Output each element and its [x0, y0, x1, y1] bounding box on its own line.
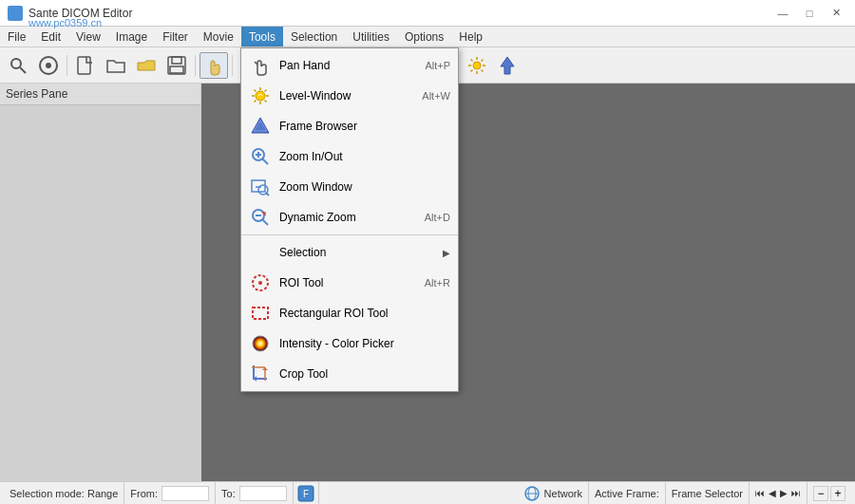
roi-icon-cell — [247, 271, 274, 294]
minimize-button[interactable]: — — [771, 6, 794, 21]
svg-marker-33 — [501, 57, 514, 74]
menu-tools-crop[interactable]: Crop Tool — [241, 359, 458, 389]
status-zoom-controls: − + — [808, 482, 851, 504]
menu-selection[interactable]: Selection — [283, 27, 345, 47]
to-input[interactable] — [239, 486, 287, 501]
title-bar: Sante DICOM Editor www.pc0359.cn — □ ✕ — [0, 0, 855, 27]
status-selection-mode: Selection mode: Range — [4, 482, 124, 504]
status-active-frame: Active Frame: — [589, 482, 666, 504]
selection-icon-cell — [247, 241, 274, 264]
status-to: To: — [216, 482, 294, 504]
frame-browser-menu-icon — [250, 116, 271, 137]
svg-line-29 — [471, 59, 473, 61]
menu-movie[interactable]: Movie — [196, 27, 241, 47]
svg-line-56 — [263, 159, 269, 165]
status-from: From: — [124, 482, 216, 504]
dynamic-zoom-shortcut: Alt+D — [425, 212, 450, 223]
menu-tools-zoom-inout[interactable]: Zoom In/Out — [241, 141, 458, 172]
menu-view[interactable]: View — [68, 27, 108, 47]
menu-tools-dynamic-zoom[interactable]: Dynamic Zoom Alt+D — [241, 202, 458, 233]
menu-edit[interactable]: Edit — [33, 27, 68, 47]
svg-point-24 — [473, 62, 481, 69]
toolbar-save-btn[interactable] — [162, 52, 191, 79]
toolbar-arrow-btn[interactable] — [493, 52, 522, 79]
zoom-minus-btn[interactable]: − — [813, 486, 828, 501]
svg-line-30 — [482, 69, 484, 71]
nav-prev-btn[interactable]: ◀ — [769, 488, 776, 498]
menu-tools-selection[interactable]: Selection ▶ — [241, 234, 458, 268]
toolbar-brightness-btn[interactable] — [463, 52, 491, 79]
from-input[interactable] — [162, 486, 209, 501]
rect-roi-icon-cell — [247, 302, 274, 325]
save-icon — [166, 55, 187, 76]
svg-point-65 — [258, 281, 262, 285]
hand-icon — [203, 55, 224, 76]
crop-menu-icon — [250, 364, 271, 384]
svg-point-40 — [256, 91, 265, 101]
menu-options[interactable]: Options — [397, 27, 451, 47]
menu-tools-frame-browser[interactable]: Frame Browser — [241, 111, 458, 141]
toolbar-folder-btn[interactable] — [132, 52, 161, 79]
level-window-menu-icon — [250, 85, 271, 106]
nav-first-btn[interactable]: ⏮ — [755, 488, 765, 498]
svg-line-47 — [265, 90, 267, 92]
series-pane-content — [0, 105, 200, 481]
level-window-icon-cell — [247, 84, 274, 107]
zoom-window-icon-cell — [247, 176, 274, 198]
dynamic-zoom-menu-icon — [250, 207, 271, 228]
roi-shortcut: Alt+R — [425, 277, 450, 289]
menu-tools-roi[interactable]: ROI Tool Alt+R — [241, 268, 458, 298]
series-pane-title: Series Pane — [0, 84, 200, 105]
close-button[interactable]: ✕ — [825, 6, 847, 21]
disc-icon — [38, 55, 59, 76]
menu-utilities[interactable]: Utilities — [345, 27, 397, 47]
zoom-inout-icon-cell — [247, 145, 274, 168]
toolbar-sep2 — [195, 55, 196, 76]
menu-tools-pan-hand[interactable]: Pan Hand Alt+P — [241, 50, 458, 81]
toolbar-hand-btn[interactable] — [200, 52, 228, 79]
toolbar-sep1 — [66, 55, 67, 76]
toolbar-search-btn[interactable] — [4, 52, 32, 79]
menu-image[interactable]: Image — [108, 27, 155, 47]
nav-last-btn[interactable]: ⏭ — [791, 488, 801, 498]
frame-browser-label: Frame Browser — [279, 120, 443, 133]
watermark: www.pc0359.cn — [28, 17, 102, 28]
menu-file[interactable]: File — [0, 27, 33, 47]
pan-hand-label: Pan Hand — [279, 59, 417, 72]
svg-line-48 — [255, 101, 256, 103]
svg-line-1 — [20, 67, 26, 73]
menu-help[interactable]: Help — [451, 27, 490, 47]
intensity-label: Intensity - Color Picker — [279, 337, 443, 350]
folder-icon — [136, 55, 157, 76]
network-icon — [523, 485, 541, 502]
status-nav-controls: ⏮ ◀ ▶ ⏭ — [750, 482, 808, 504]
app-icon — [8, 6, 23, 21]
menu-filter[interactable]: Filter — [155, 27, 196, 47]
menu-tools[interactable]: Tools — [241, 27, 283, 47]
toolbar-disc-btn[interactable] — [34, 52, 63, 79]
folder-open-icon — [105, 55, 126, 76]
brightness-icon — [466, 55, 487, 76]
dynamic-zoom-icon-cell — [247, 206, 274, 229]
nav-next-btn[interactable]: ▶ — [780, 488, 788, 498]
svg-text:F: F — [303, 489, 309, 499]
menu-bar: File Edit View Image Filter Movie Tools … — [0, 27, 855, 47]
zoom-window-label: Zoom Window — [279, 180, 443, 194]
menu-tools-intensity[interactable]: Intensity - Color Picker — [241, 328, 458, 359]
toolbar-new-btn[interactable] — [71, 52, 100, 79]
frame-browser-icon-cell — [247, 115, 274, 138]
status-frame-icon: F — [294, 482, 319, 504]
menu-tools-rect-roi[interactable]: Rectangular ROI Tool — [241, 298, 458, 328]
menu-tools-zoom-window[interactable]: Zoom Window — [241, 172, 458, 202]
zoom-plus-btn[interactable]: + — [830, 486, 846, 501]
crop-label: Crop Tool — [279, 367, 443, 381]
svg-line-31 — [482, 59, 484, 61]
maximize-button[interactable]: □ — [798, 6, 821, 21]
pan-hand-shortcut: Alt+P — [425, 60, 450, 71]
svg-line-63 — [263, 220, 269, 226]
pan-hand-menu-icon — [250, 55, 271, 76]
selection-arrow: ▶ — [443, 248, 450, 258]
menu-tools-level-window[interactable]: Level-Window Alt+W — [241, 81, 458, 111]
toolbar-folder-open-btn[interactable] — [102, 52, 130, 79]
color-picker-menu-icon — [250, 333, 271, 354]
